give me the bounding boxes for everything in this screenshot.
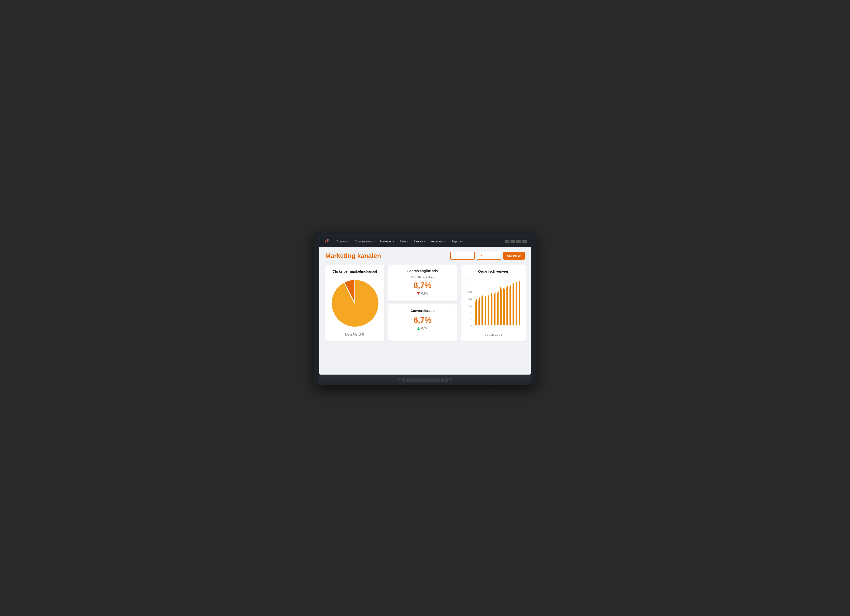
y-label-200: 200 [468, 318, 472, 320]
key [445, 378, 448, 380]
conversie-value: 6,7% [393, 315, 452, 325]
header-actions: ▾ Add report [450, 252, 525, 260]
bar-17 [500, 287, 501, 325]
header-row: Marketing kanalen ▾ Add report [325, 252, 525, 260]
nav-marketing-label: Marketing [380, 240, 392, 243]
key [437, 380, 440, 382]
filter-button-2[interactable]: ▾ [477, 252, 501, 260]
bar-chart-title: Organisch verkeer [466, 269, 521, 274]
y-label-800: 800 [468, 298, 472, 300]
bars-container [474, 276, 521, 326]
nav-conversations[interactable]: Conversations ▾ [352, 238, 377, 244]
nav-square-2 [510, 240, 515, 243]
key [441, 378, 444, 380]
key [429, 378, 432, 380]
nav-marketing[interactable]: Marketing ▾ [377, 238, 397, 244]
nav-service-chevron-icon: ▾ [424, 241, 425, 243]
nav-reports-label: Reports [452, 240, 462, 243]
bar-28 [516, 282, 517, 326]
bar-23 [509, 287, 509, 325]
up-arrow-icon [417, 327, 420, 330]
y-label-1200: 1200 [467, 284, 472, 287]
y-label-0: 0 [471, 325, 472, 327]
bar-9 [488, 296, 489, 325]
nav-square-4 [522, 240, 527, 243]
key [406, 378, 409, 380]
key [406, 380, 409, 382]
search-engine-title: Search engine ads [393, 269, 452, 273]
key [437, 378, 440, 380]
nav-contacts[interactable]: Contacts ▾ [334, 238, 352, 244]
bar-1 [476, 299, 477, 325]
key [449, 378, 452, 380]
hubspot-logo-icon: H [323, 238, 330, 245]
bar-14 [495, 292, 496, 326]
pie-chart-title: Clicks per marketingkanaal [332, 269, 377, 274]
bar-13 [494, 293, 495, 325]
nav-service[interactable]: Service ▾ [411, 238, 427, 244]
keyboard-row-1 [329, 378, 521, 380]
navbar: H Contacts ▾ Conversations ▾ Marketing ▾ [319, 236, 531, 247]
nav-conversations-label: Conversations [355, 240, 373, 243]
nav-reports-chevron-icon: ▾ [462, 241, 463, 243]
nav-items: Contacts ▾ Conversations ▾ Marketing ▾ S… [334, 238, 504, 244]
bar-10 [489, 294, 490, 325]
nav-automation-chevron-icon: ▾ [445, 241, 446, 243]
conversie-card: Conversieratio 6,7% 0,4% [388, 304, 457, 341]
bar-8 [487, 295, 487, 325]
filter-button-1[interactable] [450, 252, 475, 260]
screen: H Contacts ▾ Conversations ▾ Marketing ▾ [319, 236, 531, 375]
nav-sales[interactable]: Sales ▾ [397, 238, 411, 244]
conversie-change-value: 0,4% [421, 327, 428, 330]
nav-automation[interactable]: Automation ▾ [428, 238, 449, 244]
nav-conversations-chevron-icon: ▾ [374, 241, 375, 243]
key [441, 380, 444, 382]
bar-27 [515, 284, 515, 325]
pie-chart-svg [330, 279, 379, 328]
page-title: Marketing kanalen [325, 252, 381, 260]
y-label-1000: 1000 [467, 291, 472, 293]
chart-date-label: 1-11 t/m 30-11 [466, 333, 521, 336]
bar-19 [503, 288, 504, 325]
key [410, 380, 413, 382]
bar-4 [481, 296, 482, 325]
search-engine-card: Search engine ads Click Through Rate 8,7… [388, 265, 457, 301]
nav-sales-chevron-icon: ▾ [407, 241, 408, 243]
bar-15 [497, 293, 498, 325]
bar-24 [510, 286, 511, 325]
key [413, 380, 417, 382]
key [418, 378, 421, 380]
y-label-400: 400 [468, 311, 472, 314]
key [429, 380, 432, 382]
key [421, 378, 425, 380]
nav-square-3 [516, 240, 521, 243]
bar-7 [485, 296, 486, 325]
key [418, 380, 421, 382]
key [425, 380, 429, 382]
bar-29 [518, 281, 518, 325]
conversie-change: 0,4% [393, 327, 452, 330]
bar-6 [484, 322, 485, 325]
bar-26 [513, 283, 514, 325]
bar-16 [498, 291, 499, 325]
bar-3 [479, 298, 480, 325]
pie-legend-label: Meta Ads 16% [345, 333, 364, 336]
nav-reports[interactable]: Reports ▾ [449, 238, 466, 244]
laptop-frame: H Contacts ▾ Conversations ▾ Marketing ▾ [314, 231, 536, 385]
middle-column: Search engine ads Click Through Rate 8,7… [388, 265, 457, 341]
svg-text:H: H [325, 239, 328, 244]
bar-25 [512, 284, 512, 325]
key [402, 380, 405, 382]
y-label-1400: 1400 [467, 277, 472, 280]
search-engine-value: 8,7% [393, 281, 452, 290]
add-report-button[interactable]: Add report [503, 252, 525, 260]
bar-chart-area: 1400 1200 1000 800 600 400 200 0 [466, 276, 521, 331]
down-arrow-icon [417, 292, 420, 295]
bar-30 [519, 281, 520, 325]
key [421, 380, 425, 382]
key [425, 378, 429, 380]
y-axis: 1400 1200 1000 800 600 400 200 0 [466, 276, 474, 331]
bar-chart-card: Organisch verkeer 1400 1200 1000 800 600… [461, 265, 526, 341]
content-area: Marketing kanalen ▾ Add report Clicks pe… [319, 247, 531, 375]
bar-0 [475, 301, 476, 326]
